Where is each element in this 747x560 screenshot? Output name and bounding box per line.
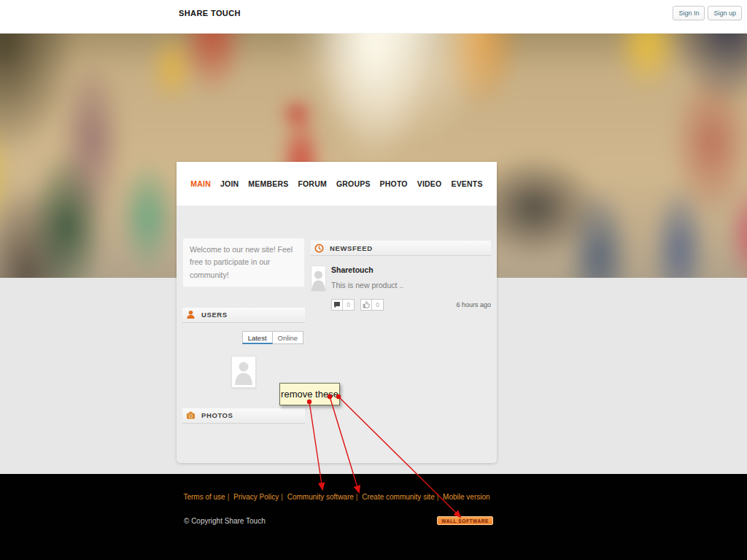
content-card: MAIN JOIN MEMBERS FORUM GROUPS PHOTO VID… <box>177 162 497 463</box>
sign-up-button[interactable]: Sign up <box>708 6 742 20</box>
users-section-label: USERS <box>201 311 228 319</box>
user-icon <box>186 310 196 319</box>
like-button[interactable]: 0 <box>360 299 384 311</box>
annotation-note: remove these <box>279 383 340 405</box>
auth-buttons: Sign In Sign up <box>673 6 742 20</box>
site-logo[interactable]: SHARE TOUCH <box>179 9 241 18</box>
footer-separator: | <box>228 493 230 501</box>
post-text: This is new product .. <box>331 281 491 289</box>
footer-link-community-software[interactable]: Community software <box>287 493 354 501</box>
photos-section-label: PHOTOS <box>201 411 233 419</box>
footer-link-create-community[interactable]: Create community site <box>362 493 434 501</box>
footer-separator: | <box>437 493 439 501</box>
page: SHARE TOUCH Sign In Sign up MAIN JOIN ME… <box>0 0 747 560</box>
newsfeed-column: NEWSFEED Sharetouch This is new product … <box>311 206 491 463</box>
nav-item-photo[interactable]: PHOTO <box>380 179 408 188</box>
nav-item-join[interactable]: JOIN <box>220 179 239 188</box>
comment-count: 0 <box>343 299 355 311</box>
avatar-silhouette-icon <box>311 269 325 291</box>
nav-item-groups[interactable]: GROUPS <box>336 179 371 188</box>
card-body: Welcome to our new site! Feel free to pa… <box>177 206 497 463</box>
tab-online[interactable]: Online <box>273 331 303 344</box>
nav-item-main[interactable]: MAIN <box>190 179 211 188</box>
nav-item-events[interactable]: EVENTS <box>451 179 482 188</box>
nav-item-video[interactable]: VIDEO <box>417 179 442 188</box>
users-tabs: Latest Online <box>182 331 305 344</box>
footer-bottom-row: © Copyright Share Touch WALL SOFTWARE <box>177 516 497 525</box>
footer: Terms of use| Privacy Policy| Community … <box>0 474 747 560</box>
post-timestamp: 6 hours ago <box>456 301 491 308</box>
watermark-badge[interactable]: WALL SOFTWARE <box>437 516 493 525</box>
nav-item-forum[interactable]: FORUM <box>298 179 327 188</box>
footer-link-privacy[interactable]: Privacy Policy <box>233 493 279 501</box>
footer-separator: | <box>356 493 358 501</box>
footer-link-mobile[interactable]: Mobile version <box>443 493 489 501</box>
post-author-avatar[interactable] <box>311 265 326 292</box>
comment-button[interactable]: 0 <box>331 299 355 311</box>
sign-in-button[interactable]: Sign In <box>673 6 705 20</box>
clock-icon <box>314 244 324 253</box>
copyright-text: © Copyright Share Touch <box>184 517 266 525</box>
users-section-header: USERS <box>182 308 305 323</box>
post-content: Sharetouch This is new product .. 0 <box>331 265 491 311</box>
footer-inner: Terms of use| Privacy Policy| Community … <box>177 474 497 560</box>
photos-section-header: PHOTOS <box>182 408 305 424</box>
post-author-name[interactable]: Sharetouch <box>331 265 491 274</box>
thumbs-up-icon <box>360 299 372 311</box>
newsfeed-post: Sharetouch This is new product .. 0 <box>311 265 491 311</box>
main-nav: MAIN JOIN MEMBERS FORUM GROUPS PHOTO VID… <box>177 162 497 206</box>
post-actions: 0 0 6 hours ago <box>331 299 491 311</box>
welcome-message: Welcome to our new site! Feel free to pa… <box>182 238 305 287</box>
user-avatar[interactable] <box>231 356 256 388</box>
avatar-silhouette-icon <box>234 359 253 385</box>
left-column: Welcome to our new site! Feel free to pa… <box>182 206 305 463</box>
newsfeed-section-label: NEWSFEED <box>330 244 373 252</box>
nav-item-members[interactable]: MEMBERS <box>248 179 288 188</box>
comment-icon <box>331 299 343 311</box>
like-count: 0 <box>372 299 384 311</box>
footer-separator: | <box>281 493 283 501</box>
tab-latest[interactable]: Latest <box>242 331 273 344</box>
footer-link-terms[interactable]: Terms of use <box>183 493 225 501</box>
camera-icon <box>186 411 196 420</box>
topbar: SHARE TOUCH Sign In Sign up <box>0 0 747 34</box>
newsfeed-section-header: NEWSFEED <box>311 241 491 256</box>
footer-links: Terms of use| Privacy Policy| Community … <box>177 493 497 501</box>
